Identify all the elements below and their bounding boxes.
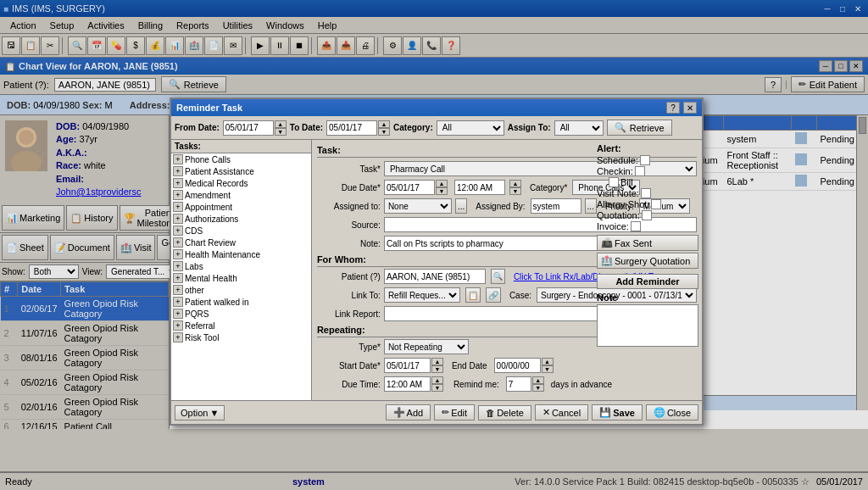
alert-section: Alert: Schedule: Checkin: Bill Visit	[597, 143, 698, 347]
tree-expand-btn[interactable]: +	[173, 320, 183, 331]
invoice-checkbox[interactable]	[631, 221, 641, 231]
tree-item[interactable]: + other	[171, 284, 311, 296]
remind-me-up[interactable]: ▲	[532, 376, 544, 384]
to-date-down-btn[interactable]: ▼	[378, 128, 390, 136]
due-date-up[interactable]: ▲	[436, 180, 448, 187]
link-to-btn[interactable]: 📋	[465, 287, 481, 303]
assign-to-label: Assign To:	[508, 123, 551, 132]
start-date-input[interactable]	[384, 358, 431, 373]
tree-item-label: Phone Calls	[185, 155, 231, 164]
tree-item[interactable]: + Patient Assistance	[171, 165, 311, 177]
assigned-to-lookup-btn[interactable]: ...	[455, 198, 467, 214]
tree-item-label: Patient Assistance	[185, 167, 254, 176]
tree-expand-btn[interactable]: +	[173, 249, 183, 259]
tree-item[interactable]: + Appointment	[171, 201, 311, 213]
link-to-new-btn[interactable]: 🔗	[486, 287, 501, 303]
surgery-quotation-btn[interactable]: 🏥 Surgery Quotation	[597, 253, 698, 269]
bill-checkbox[interactable]	[609, 177, 619, 187]
patient-lookup-btn[interactable]: 🔍	[491, 269, 505, 284]
tree-expand-btn[interactable]: +	[173, 273, 183, 283]
tree-item[interactable]: + Amendment	[171, 189, 311, 201]
tree-expand-btn[interactable]: +	[173, 178, 183, 188]
tree-item[interactable]: + Chart Review	[171, 237, 311, 248]
tree-expand-btn[interactable]: +	[173, 297, 183, 307]
dialog-close-btn[interactable]: ✕	[683, 102, 697, 114]
assigned-by-input[interactable]	[531, 198, 581, 214]
end-date-up[interactable]: ▲	[542, 358, 554, 365]
tree-item[interactable]: + Phone Calls	[171, 153, 311, 165]
tree-item[interactable]: + Risk Tool	[171, 331, 311, 343]
dialog-edit-btn[interactable]: ✏ Edit	[434, 404, 475, 420]
from-date-up-btn[interactable]: ▲	[275, 120, 287, 128]
add-btn[interactable]: ➕ Add	[386, 404, 431, 420]
tree-item[interactable]: + Medical Records	[171, 177, 311, 189]
due-date-down[interactable]: ▼	[436, 187, 448, 195]
save-icon: 💾	[599, 407, 611, 418]
tree-expand-btn[interactable]: +	[173, 285, 183, 295]
assign-to-select[interactable]: All system	[554, 120, 604, 136]
cancel-btn[interactable]: ✕ Cancel	[535, 404, 588, 420]
tree-expand-btn[interactable]: +	[173, 226, 183, 236]
tree-expand-btn[interactable]: +	[173, 261, 183, 271]
fax-sent-btn[interactable]: 📠 Fax Sent	[597, 235, 698, 251]
tree-expand-btn[interactable]: +	[173, 202, 183, 212]
category-select[interactable]: All Phone Calls	[437, 120, 504, 136]
to-date-input[interactable]	[326, 120, 377, 136]
tree-item-label: Labs	[185, 262, 203, 271]
tree-expand-btn[interactable]: +	[173, 166, 183, 176]
note-textarea[interactable]	[597, 304, 698, 347]
allergy-shot-checkbox[interactable]	[651, 199, 661, 209]
tree-expand-btn[interactable]: +	[173, 237, 183, 248]
due-date-input[interactable]	[384, 180, 435, 195]
due-time-up-2[interactable]: ▲	[431, 376, 443, 384]
end-date-input[interactable]	[494, 358, 541, 373]
remind-me-down[interactable]: ▼	[532, 384, 544, 392]
start-date-down[interactable]: ▼	[431, 365, 443, 373]
tree-expand-btn[interactable]: +	[173, 332, 183, 342]
delete-btn[interactable]: 🗑 Delete	[478, 405, 531, 420]
due-time-down[interactable]: ▼	[509, 187, 521, 195]
tree-item-label: CDS	[185, 226, 203, 236]
remind-me-input[interactable]	[506, 376, 531, 392]
option-btn[interactable]: Option ▼	[175, 405, 225, 420]
dialog-help-btn[interactable]: ?	[666, 102, 680, 114]
quotation-checkbox[interactable]	[642, 210, 652, 220]
tree-expand-btn[interactable]: +	[173, 214, 183, 224]
end-date-down[interactable]: ▼	[542, 365, 554, 373]
visit-note-label: Visit Note:	[597, 188, 639, 198]
tree-item[interactable]: + Patient walked in	[171, 296, 311, 308]
tree-item[interactable]: + PQRS	[171, 308, 311, 320]
type-select[interactable]: Not Repeating Daily Weekly	[384, 339, 469, 354]
due-time-up[interactable]: ▲	[509, 180, 521, 187]
visit-note-checkbox[interactable]	[641, 188, 651, 198]
from-date-input[interactable]	[223, 120, 274, 136]
start-date-up[interactable]: ▲	[431, 358, 443, 365]
checkin-checkbox[interactable]	[635, 166, 645, 176]
link-to-select[interactable]: Refill Reques...	[384, 287, 460, 303]
due-time-repeat-input[interactable]	[384, 376, 431, 392]
tree-item[interactable]: + Labs	[171, 260, 311, 272]
tree-expand-btn[interactable]: +	[173, 309, 183, 319]
dialog-close-btn2[interactable]: 🌐 Close	[646, 404, 698, 420]
due-time-input[interactable]	[454, 180, 505, 195]
add-reminder-btn[interactable]: Add Reminder	[597, 274, 698, 289]
from-label: From Date:	[175, 123, 220, 132]
save-btn[interactable]: 💾 Save	[592, 404, 643, 420]
to-date-up-btn[interactable]: ▲	[378, 120, 390, 128]
tree-item[interactable]: + Mental Health	[171, 272, 311, 284]
due-time-down-2[interactable]: ▼	[431, 384, 443, 392]
tree-item[interactable]: + Authorizations	[171, 213, 311, 225]
assigned-to-select[interactable]: None system	[384, 198, 452, 214]
dialog-retrieve-btn[interactable]: 🔍 Retrieve	[607, 120, 672, 136]
patient-for-whom-input[interactable]	[384, 269, 486, 284]
remind-me-label: Remind me:	[453, 380, 499, 389]
tree-expand-btn[interactable]: +	[173, 154, 183, 164]
tree-item[interactable]: + CDS	[171, 225, 311, 237]
tree-expand-btn[interactable]: +	[173, 190, 183, 200]
from-date-down-btn[interactable]: ▼	[275, 128, 287, 136]
schedule-checkbox[interactable]	[640, 155, 650, 165]
invoice-label: Invoice:	[597, 221, 629, 231]
assigned-by-lookup-btn[interactable]: ...	[585, 198, 597, 214]
tree-item[interactable]: + Health Maintenance	[171, 248, 311, 260]
tree-item[interactable]: + Referral	[171, 320, 311, 331]
